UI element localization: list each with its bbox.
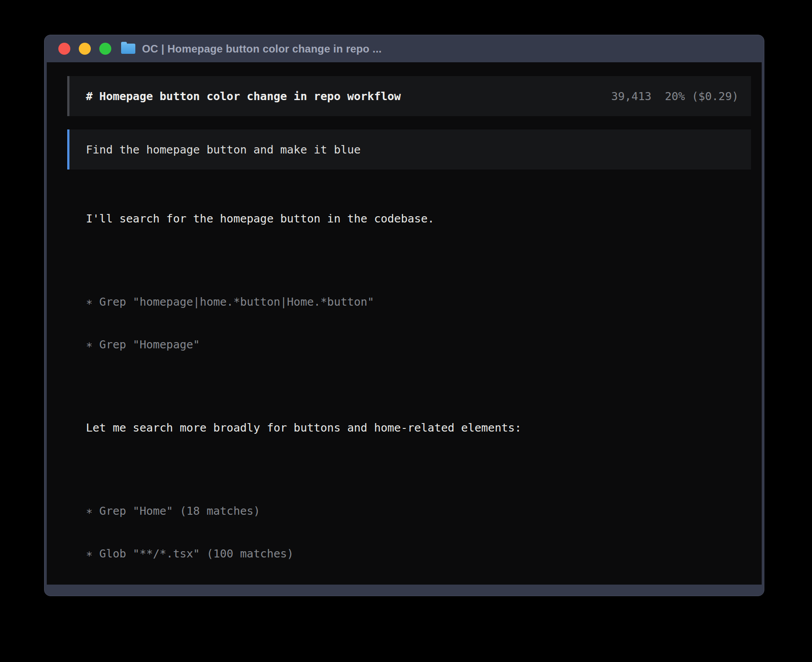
tool-call-line: ∗ Grep "homepage|home.*button|Home.*butt… [86,295,751,309]
session-stats: 39,413 20% ($0.29) [611,90,739,103]
assistant-text: Let me search more broadly for buttons a… [86,392,751,464]
assistant-transcript: I'll search for the homepage button in t… [86,183,751,596]
folder-icon [121,44,135,54]
tool-call-line: ∗ Glob "**/*.tsx" (100 matches) [86,547,751,561]
tool-call-line: ∗ Grep "Homepage" [86,338,751,352]
tool-call-line: ∗ Grep "Home" (18 matches) [86,504,751,518]
terminal-content: # Homepage button color change in repo w… [47,62,762,585]
token-count: 39,413 [611,90,651,103]
zoom-button[interactable] [99,43,111,55]
session-header: # Homepage button color change in repo w… [67,76,751,116]
minimize-button[interactable] [79,43,91,55]
tool-calls: ∗ Grep "homepage|home.*button|Home.*butt… [86,266,751,380]
context-cost: 20% ($0.29) [665,90,739,103]
title-bar: OC | Homepage button color change in rep… [47,35,762,62]
close-button[interactable] [58,43,70,55]
window-title: OC | Homepage button color change in rep… [142,43,382,55]
user-message-text: Find the homepage button and make it blu… [86,143,361,156]
assistant-text: I'll search for the homepage button in t… [86,183,751,254]
session-title: # Homepage button color change in repo w… [86,90,401,103]
user-message: Find the homepage button and make it blu… [67,129,751,170]
tool-calls: ∗ Grep "Home" (18 matches) ∗ Glob "**/*.… [86,476,751,589]
terminal-window: OC | Homepage button color change in rep… [44,35,764,596]
